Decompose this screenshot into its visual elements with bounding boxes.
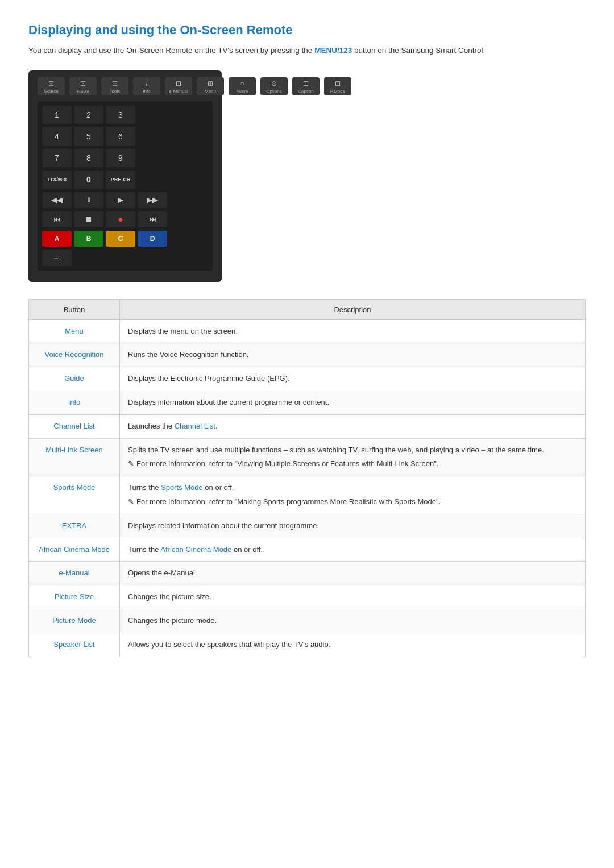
remote-btn-pmode: ⊡ P.Mode [324,77,351,95]
remote-btn-menu: ⊞ Menu [197,77,224,95]
btn-arrow-right: →| [42,250,72,266]
link-channellist[interactable]: Channel List [175,422,215,430]
remote-btn-fsize: ⊡ F.Size [69,77,97,95]
row-desc-menu: Displays the menu on the screen. [120,319,586,343]
color-btn-d: D [138,231,167,247]
row-button-africancinema: African Cinema Mode [29,538,120,562]
link-sportsmode[interactable]: Sports Mode [161,483,203,492]
row-button-picturemode: Picture Mode [29,609,120,633]
row-button-picturesize: Picture Size [29,585,120,609]
arrow-row: →| [42,250,208,266]
row-button-menu: Menu [29,319,120,343]
description-table: Button Description Menu Displays the men… [28,299,586,657]
table-row: Multi-Link Screen Splits the TV screen a… [29,438,586,476]
num-btn-1: 1 [42,106,72,124]
remote-illustration: ⊟ Source ⊡ F.Size ⊟ Tools i Info ⊡ e-Man… [28,70,222,282]
row-desc-extra: Displays related information about the c… [120,514,586,538]
row-desc-multilink: Splits the TV screen and use multiple fu… [120,438,586,476]
num-btn-4: 4 [42,127,72,146]
table-row: African Cinema Mode Turns the African Ci… [29,538,586,562]
row-button-emanual: e-Manual [29,562,120,585]
row-button-multilink: Multi-Link Screen [29,438,120,476]
col-header-button: Button [29,299,120,319]
note-text-sports: For more information, refer to "Making S… [136,496,441,508]
row-desc-sportsmode: Turns the Sports Mode on or off. ✎ For m… [120,476,586,514]
remote-btn-source: ⊟ Source [38,77,65,95]
row-button-channellist: Channel List [29,414,120,438]
table-row: e-Manual Opens the e-Manual. [29,562,586,585]
remote-btn-info: i Info [133,77,160,95]
remote-btn-emanual: ⊡ e-Manual [165,77,192,95]
numpad-row1: 1 2 3 [42,106,208,124]
num-btn-5: 5 [74,127,103,146]
row-button-speakerlist: Speaker List [29,633,120,657]
remote-top-row: ⊟ Source ⊡ F.Size ⊟ Tools i Info ⊡ e-Man… [38,77,213,95]
num-btn-7: 7 [42,149,72,167]
intro-end-text: button on the Samsung Smart Control. [354,46,485,55]
intro-paragraph: You can display and use the On-Screen Re… [28,44,586,57]
num-btn-9: 9 [106,149,135,167]
media-row1: ◀◀ ⏸ ▶ ▶▶ [42,192,208,208]
table-row: Guide Displays the Electronic Programme … [29,367,586,391]
table-row: Speaker List Allows you to select the sp… [29,633,586,657]
link-africancinema[interactable]: African Cinema Mode [160,545,231,554]
color-btn-c: C [106,231,135,247]
note-icon-sports: ✎ [128,496,134,508]
num-btn-2: 2 [74,106,103,124]
table-row: Sports Mode Turns the Sports Mode on or … [29,476,586,514]
row-button-voice: Voice Recognition [29,343,120,367]
row-button-extra: EXTRA [29,514,120,538]
btn-prech: PRE-CH [106,171,135,189]
table-row: EXTRA Displays related information about… [29,514,586,538]
color-buttons-row: A B C D [42,231,208,247]
btn-rewind: ◀◀ [42,192,72,208]
remote-btn-caption: ⊡ Caption [292,77,320,95]
row-desc-voice: Runs the Voice Recognition function. [120,343,586,367]
table-row: Picture Mode Changes the picture mode. [29,609,586,633]
remote-btn-tools: ⊟ Tools [101,77,128,95]
btn-pause: ⏸ [74,192,103,208]
btn-prev: ⏮ [42,211,72,227]
btn-stop: ⏹ [74,211,103,227]
numpad-row2: 4 5 6 [42,127,208,146]
color-btn-b: B [74,231,103,247]
row-button-guide: Guide [29,367,120,391]
row-button-info: Info [29,391,120,414]
note-icon-multilink: ✎ [128,458,134,470]
row-button-sportsmode: Sports Mode [29,476,120,514]
table-row: Voice Recognition Runs the Voice Recogni… [29,343,586,367]
intro-text: You can display and use the On-Screen Re… [28,46,312,55]
media-row2: ⏮ ⏹ ● ⏭ [42,211,208,227]
btn-play: ▶ [106,192,135,208]
row-desc-emanual: Opens the e-Manual. [120,562,586,585]
menu123-highlight: MENU/123 [314,46,352,55]
numpad-row4: TTX/MIX 0 PRE-CH [42,171,208,189]
row-desc-channellist: Launches the Channel List. [120,414,586,438]
color-btn-a: A [42,231,72,247]
page-title: Displaying and using the On-Screen Remot… [28,23,586,38]
num-btn-3: 3 [106,106,135,124]
btn-ttxmix: TTX/MIX [42,171,72,189]
btn-zero: 0 [74,171,103,189]
btn-next: ⏭ [138,211,167,227]
row-desc-guide: Displays the Electronic Programme Guide … [120,367,586,391]
col-header-description: Description [120,299,586,319]
row-desc-info: Displays information about the current p… [120,391,586,414]
num-btn-6: 6 [106,127,135,146]
row-desc-africancinema: Turns the African Cinema Mode on or off. [120,538,586,562]
remote-keypad: 1 2 3 4 5 6 7 8 9 TTX/MIX 0 PRE-CH ◀◀ ⏸ … [38,101,213,271]
numpad-row3: 7 8 9 [42,149,208,167]
table-row: Channel List Launches the Channel List. [29,414,586,438]
row-desc-picturesize: Changes the picture size. [120,585,586,609]
num-btn-8: 8 [74,149,103,167]
row-desc-speakerlist: Allows you to select the speakers that w… [120,633,586,657]
note-text-multilink: For more information, refer to "Viewing … [136,458,438,470]
remote-btn-options: ⊙ Options [260,77,288,95]
row-desc-picturemode: Changes the picture mode. [120,609,586,633]
btn-record: ● [106,211,135,227]
table-row: Menu Displays the menu on the screen. [29,319,586,343]
btn-ffwd: ▶▶ [138,192,167,208]
table-row: Info Displays information about the curr… [29,391,586,414]
remote-btn-alarm: ○ Alarm [229,77,256,95]
table-row: Picture Size Changes the picture size. [29,585,586,609]
